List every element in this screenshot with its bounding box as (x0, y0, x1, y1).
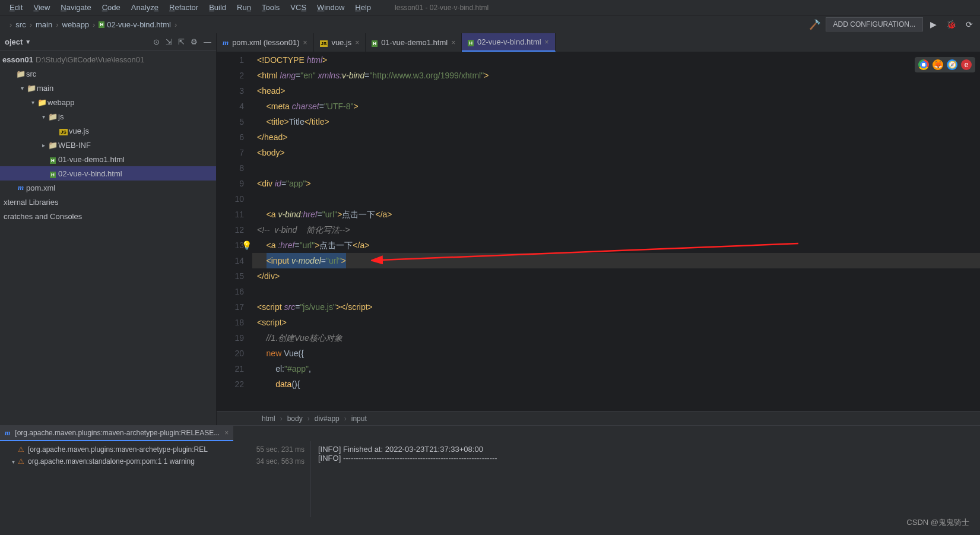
menu-view[interactable]: View (28, 2, 55, 13)
code-editor[interactable]: 12345678910111213141516171819202122 🦊 🧭 … (217, 52, 980, 411)
firefox-icon[interactable]: 🦊 (933, 59, 943, 70)
menu-refactor[interactable]: Refactor (164, 2, 203, 13)
main-area: oject ▼ ⊙ ⇲ ⇱ ⚙ — esson01 D:\Study\GitCo… (0, 33, 980, 425)
breadcrumb-item[interactable]: webapp (62, 20, 90, 29)
code-crumb-item[interactable]: div#app (315, 414, 340, 423)
chevron-right-icon: › (93, 20, 95, 29)
menu-navigate[interactable]: Navigate (56, 2, 96, 13)
menu-analyze[interactable]: Analyze (126, 2, 163, 13)
editor-tab[interactable]: H02-vue-v-bind.html× (462, 33, 555, 52)
gutter: 12345678910111213141516171819202122 (217, 52, 252, 411)
intention-bulb-icon[interactable]: 💡 (242, 238, 252, 253)
run-tree-item[interactable]: ⚠[org.apache.maven.plugins:maven-archety… (0, 444, 310, 455)
tree-item[interactable]: H02-vue-v-bind.html (0, 166, 216, 181)
run-icon[interactable]: ▶ (928, 20, 939, 29)
chevron-down-icon[interactable]: ▼ (25, 39, 31, 45)
close-icon[interactable]: × (545, 38, 549, 46)
expand-all-icon[interactable]: ⇲ (166, 37, 172, 46)
project-tool-window: oject ▼ ⊙ ⇲ ⇱ ⚙ — esson01 D:\Study\GitCo… (0, 33, 217, 425)
menu-vcs[interactable]: VCS (286, 2, 311, 13)
window-title: lesson01 - 02-vue-v-bind.html (395, 4, 489, 12)
project-header: oject ▼ ⊙ ⇲ ⇱ ⚙ — (0, 33, 216, 51)
menu-bar: EditViewNavigateCodeAnalyzeRefactorBuild… (0, 0, 980, 15)
browser-preview-icons: 🦊 🧭 e (915, 57, 975, 72)
breadcrumb-item[interactable]: main (36, 20, 52, 29)
menu-build[interactable]: Build (204, 2, 231, 13)
editor-tab[interactable]: H01-vue-demo1.html× (366, 33, 462, 52)
tree-item[interactable]: mpom.xml (0, 181, 216, 195)
editor-breadcrumb: html›body›div#app›input (217, 411, 980, 425)
menu-tools[interactable]: Tools (257, 2, 284, 13)
run-tree[interactable]: ⚠[org.apache.maven.plugins:maven-archety… (0, 441, 311, 517)
watermark: CSDN @鬼鬼骑士 (906, 517, 969, 528)
editor-tabs: mpom.xml (lesson01)×JSvue.js×H01-vue-dem… (217, 33, 980, 52)
tree-item[interactable]: cratches and Consoles (0, 209, 216, 223)
close-icon[interactable]: × (224, 429, 229, 437)
chevron-right-icon: › (56, 20, 58, 29)
menu-edit[interactable]: Edit (5, 2, 27, 13)
close-icon[interactable]: × (355, 39, 359, 47)
run-tool-window: m [org.apache.maven.plugins:maven-archet… (0, 425, 980, 517)
breadcrumb: › src›main›webapp›H 02-vue-v-bind.html› (5, 20, 177, 29)
build-icon[interactable]: 🔨 (809, 19, 821, 30)
project-root[interactable]: esson01 D:\Study\GitCode\Vue\lesson01 (0, 52, 216, 67)
code-crumb-item[interactable]: body (287, 414, 303, 423)
close-icon[interactable]: × (303, 39, 307, 47)
edge-icon[interactable]: e (961, 59, 972, 70)
chevron-right-icon: › (9, 20, 12, 29)
console-line: [INFO] ---------------------------------… (318, 454, 973, 463)
tree-item[interactable]: H01-vue-demo1.html (0, 152, 216, 166)
breadcrumb-item[interactable]: H 02-vue-v-bind.html (99, 20, 170, 29)
menu-code[interactable]: Code (97, 2, 125, 13)
update-icon[interactable]: ⟳ (963, 20, 975, 29)
run-console[interactable]: [INFO] Finished at: 2022-03-23T21:37:33+… (311, 441, 980, 517)
tree-item[interactable]: JSvue.js (0, 124, 216, 138)
safari-icon[interactable]: 🧭 (947, 59, 957, 70)
code-crumb-item[interactable]: html (262, 414, 275, 423)
maven-icon: m (5, 429, 10, 438)
menu-run[interactable]: Run (232, 2, 256, 13)
tree-item[interactable]: ▸WEB-INF (0, 138, 216, 152)
select-opened-icon[interactable]: ⊙ (153, 37, 160, 46)
editor-tab[interactable]: JSvue.js× (314, 33, 366, 52)
editor-tab[interactable]: mpom.xml (lesson01)× (217, 33, 314, 52)
tree-item[interactable]: ▾js (0, 109, 216, 124)
root-path: D:\Study\GitCode\Vue\lesson01 (36, 55, 144, 64)
code-crumb-item[interactable]: input (351, 414, 367, 423)
navigation-bar: › src›main›webapp›H 02-vue-v-bind.html› … (0, 15, 980, 33)
hide-icon[interactable]: — (204, 37, 211, 46)
console-line: [INFO] Finished at: 2022-03-23T21:37:33+… (318, 445, 973, 454)
project-label[interactable]: oject (5, 37, 23, 46)
tree-item[interactable]: ▾webapp (0, 95, 216, 109)
collapse-all-icon[interactable]: ⇱ (178, 37, 185, 46)
root-name: esson01 (2, 55, 33, 64)
chevron-right-icon: › (30, 20, 32, 29)
add-configuration-button[interactable]: ADD CONFIGURATION... (826, 17, 923, 31)
chevron-right-icon: › (175, 20, 177, 29)
run-tree-item[interactable]: ▾⚠org.apache.maven:standalone-pom:pom:1 … (0, 455, 310, 467)
close-icon[interactable]: × (451, 39, 455, 47)
breadcrumb-item[interactable]: src (15, 20, 26, 29)
toolbar-right: 🔨 ADD CONFIGURATION... ▶ 🐞 ⟳ (809, 17, 975, 31)
run-tab[interactable]: m [org.apache.maven.plugins:maven-archet… (0, 426, 233, 441)
tree-item[interactable]: src (0, 67, 216, 81)
chrome-icon[interactable] (918, 59, 929, 70)
project-tree[interactable]: esson01 D:\Study\GitCode\Vue\lesson01 sr… (0, 51, 216, 425)
run-tab-label: [org.apache.maven.plugins:maven-archetyp… (15, 429, 220, 437)
editor-area: mpom.xml (lesson01)×JSvue.js×H01-vue-dem… (217, 33, 980, 425)
gear-icon[interactable]: ⚙ (191, 37, 198, 46)
code-content[interactable]: 🦊 🧭 e <!DOCTYPE html><html lang="en" xml… (252, 52, 980, 411)
menu-window[interactable]: Window (312, 2, 349, 13)
tree-item[interactable]: xternal Libraries (0, 195, 216, 209)
tree-item[interactable]: ▾main (0, 81, 216, 95)
menu-help[interactable]: Help (350, 2, 376, 13)
debug-icon[interactable]: 🐞 (944, 20, 959, 29)
